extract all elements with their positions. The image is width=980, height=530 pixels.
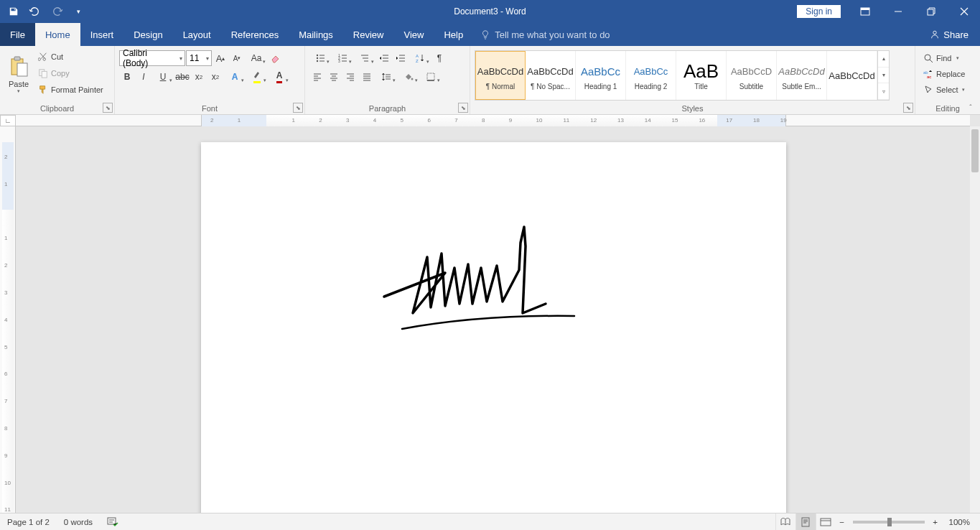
bullets-button[interactable]: [309, 50, 331, 66]
ribbon-display-options-button[interactable]: [849, 0, 881, 23]
align-left-button[interactable]: [309, 69, 325, 85]
share-button[interactable]: Share: [918, 23, 980, 46]
tab-mailings[interactable]: Mailings: [289, 23, 343, 46]
style-item[interactable]: AaBbCcDd¶ No Spac...: [526, 51, 576, 100]
maximize-button[interactable]: [915, 0, 947, 23]
style-item[interactable]: AaBbCcHeading 2: [626, 51, 676, 100]
styles-dialog-launcher[interactable]: ⬊: [903, 103, 913, 113]
svg-rect-22: [108, 518, 116, 524]
style-item[interactable]: AaBbCcDd: [827, 51, 877, 100]
font-name-select[interactable]: Calibri (Body): [119, 50, 185, 66]
print-layout-button[interactable]: [795, 513, 816, 531]
tab-home[interactable]: Home: [35, 23, 80, 46]
tab-help[interactable]: Help: [434, 23, 473, 46]
tab-view[interactable]: View: [393, 23, 434, 46]
scrollbar-thumb[interactable]: [971, 129, 979, 172]
justify-button[interactable]: [359, 69, 375, 85]
sort-button[interactable]: AZ: [409, 50, 431, 66]
document-page[interactable]: [201, 142, 786, 513]
collapse-ribbon-button[interactable]: ˆ: [964, 103, 977, 113]
style-item[interactable]: AaBbCcDd¶ Normal: [475, 51, 526, 100]
paragraph-dialog-launcher[interactable]: ⬊: [458, 103, 468, 113]
shrink-font-button[interactable]: A▾: [229, 50, 245, 66]
sign-in-button[interactable]: Sign in: [797, 5, 841, 18]
subscript-button[interactable]: x2: [191, 69, 207, 85]
close-button[interactable]: [948, 0, 980, 23]
paste-button[interactable]: Paste ▾: [4, 49, 33, 101]
format-painter-button[interactable]: Format Painter: [34, 82, 106, 98]
grow-font-button[interactable]: A▴: [213, 50, 228, 66]
tab-review[interactable]: Review: [343, 23, 394, 46]
font-dialog-launcher[interactable]: ⬊: [293, 103, 303, 113]
minimize-button[interactable]: [882, 0, 914, 23]
tab-insert[interactable]: Insert: [80, 23, 124, 46]
tell-me-search[interactable]: Tell me what you want to do: [473, 23, 617, 46]
tab-file[interactable]: File: [0, 23, 35, 46]
redo-button[interactable]: [47, 2, 66, 21]
align-center-button[interactable]: [326, 69, 342, 85]
borders-button[interactable]: [420, 69, 442, 85]
window-title: Document3 - Word: [454, 6, 526, 17]
tab-stop-selector[interactable]: ∟: [0, 115, 16, 126]
highlight-button[interactable]: [246, 69, 268, 85]
zoom-in-button[interactable]: +: [929, 518, 942, 526]
qat-customize-button[interactable]: ▾: [69, 2, 88, 21]
underline-button[interactable]: U: [152, 69, 174, 85]
change-case-button[interactable]: Aa: [246, 50, 267, 66]
paste-icon: [7, 55, 30, 78]
line-spacing-button[interactable]: [375, 69, 397, 85]
undo-button[interactable]: [26, 2, 45, 21]
shading-button[interactable]: [398, 69, 419, 85]
show-hide-paragraph-button[interactable]: ¶: [431, 50, 447, 66]
bold-button[interactable]: B: [119, 69, 135, 85]
gallery-down[interactable]: ▾: [878, 68, 889, 84]
tab-layout[interactable]: Layout: [173, 23, 221, 46]
multilevel-list-button[interactable]: [354, 50, 375, 66]
zoom-slider-thumb[interactable]: [887, 518, 892, 526]
gallery-more[interactable]: ▿: [878, 83, 889, 100]
align-right-button[interactable]: [342, 69, 358, 85]
select-button[interactable]: Select ▾: [920, 82, 968, 98]
clipboard-dialog-launcher[interactable]: ⬊: [103, 103, 113, 113]
share-icon: [930, 29, 940, 39]
read-mode-button[interactable]: [775, 513, 795, 531]
find-button[interactable]: Find ▾: [920, 50, 962, 66]
ribbon-tabs: File Home Insert Design Layout Reference…: [0, 23, 980, 46]
find-icon: [923, 52, 934, 64]
zoom-level[interactable]: 100%: [942, 518, 980, 526]
tab-design[interactable]: Design: [123, 23, 172, 46]
increase-indent-button[interactable]: [393, 50, 409, 66]
style-item[interactable]: AaBbCcDdSubtle Em...: [777, 51, 827, 100]
horizontal-ruler[interactable]: 2112345678910111213141516171819: [16, 115, 970, 126]
clear-formatting-button[interactable]: [268, 50, 284, 66]
style-item[interactable]: AaBTitle: [676, 51, 727, 100]
document-scroll-area[interactable]: [16, 126, 970, 513]
vertical-ruler[interactable]: 2112345678910111213: [0, 126, 16, 513]
tab-references[interactable]: References: [221, 23, 289, 46]
text-effects-button[interactable]: A: [224, 69, 246, 85]
save-button[interactable]: [4, 2, 23, 21]
styles-gallery[interactable]: AaBbCcDd¶ NormalAaBbCcDd¶ No Spac...AaBb…: [475, 50, 890, 101]
italic-button[interactable]: I: [136, 69, 151, 85]
word-count-status[interactable]: 0 words: [57, 518, 100, 526]
spelling-status[interactable]: [100, 517, 126, 527]
cut-button[interactable]: Cut: [34, 49, 106, 65]
zoom-slider[interactable]: [853, 521, 925, 524]
gallery-up[interactable]: ▴: [878, 51, 889, 68]
copy-button[interactable]: Copy: [34, 65, 106, 81]
vertical-scrollbar[interactable]: [970, 126, 980, 513]
font-size-select[interactable]: 11: [186, 50, 212, 66]
web-layout-button[interactable]: [816, 513, 836, 531]
decrease-indent-button[interactable]: [376, 50, 392, 66]
superscript-button[interactable]: x2: [207, 69, 223, 85]
zoom-out-button[interactable]: −: [836, 518, 849, 526]
font-color-button[interactable]: A: [269, 69, 290, 85]
page-number-status[interactable]: Page 1 of 2: [0, 518, 57, 526]
replace-button[interactable]: abac Replace: [920, 66, 968, 82]
svg-text:Z: Z: [416, 59, 419, 63]
strikethrough-button[interactable]: abc: [174, 69, 190, 85]
group-font: Calibri (Body) 11 A▴ A▾ Aa B I U abc x2 …: [115, 46, 305, 114]
style-item[interactable]: AaBbCcDSubtitle: [727, 51, 777, 100]
style-item[interactable]: AaBbCcHeading 1: [576, 51, 626, 100]
numbering-button[interactable]: 123: [332, 50, 353, 66]
